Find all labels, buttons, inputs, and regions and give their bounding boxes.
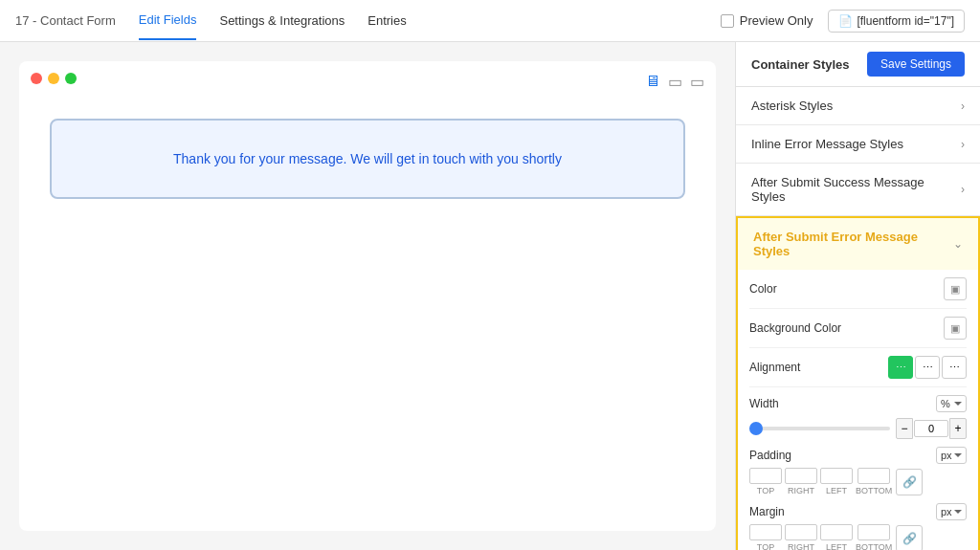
margin-top-row: Margin px % (749, 503, 967, 520)
width-label: Width (749, 397, 779, 410)
after-submit-error-expanded: Color ▣ Background Color ▣ Alignment (736, 270, 980, 550)
padding-right-field: RIGHT (785, 468, 817, 495)
align-right-button[interactable]: ⋯ (942, 356, 967, 379)
asterisk-styles-header[interactable]: Asterisk Styles › (736, 87, 980, 124)
inline-error-header[interactable]: Inline Error Message Styles › (736, 125, 980, 163)
asterisk-styles-label: Asterisk Styles (751, 99, 833, 113)
main-area: 🖥 ▭ ▭ Thank you for your message. We wil… (0, 42, 980, 550)
padding-right-input[interactable] (785, 468, 817, 484)
form-preview-area: Thank you for your message. We will get … (31, 99, 704, 218)
shortcode-icon: 📄 (838, 14, 853, 28)
after-submit-error-label: After Submit Error Message Styles (753, 230, 953, 258)
width-unit-select[interactable]: % px (936, 395, 967, 412)
margin-top-label: TOP (757, 542, 774, 550)
color-row: Color ▣ (749, 270, 967, 309)
padding-section: Padding px % TOP (749, 443, 967, 499)
win-dot-yellow (48, 73, 59, 84)
site-label: 17 - Contact Form (15, 13, 116, 28)
inline-error-arrow-icon: › (961, 138, 965, 151)
nav-entries[interactable]: Entries (368, 2, 406, 39)
margin-right-label: RIGHT (788, 542, 814, 550)
win-dot-red (31, 73, 42, 84)
padding-left-input[interactable] (820, 468, 853, 484)
alignment-row: Alignment ⋯ ⋯ ⋯ (749, 348, 967, 387)
margin-top-field: TOP (749, 524, 782, 550)
after-submit-success-header[interactable]: After Submit Success Message Styles › (736, 164, 980, 215)
align-left-button[interactable]: ⋯ (888, 356, 913, 379)
background-color-row: Background Color ▣ (749, 309, 967, 348)
top-nav: 17 - Contact Form Edit Fields Settings &… (0, 0, 980, 42)
success-message-box: Thank you for your message. We will get … (50, 119, 685, 199)
margin-bottom-label: BOTTOM (856, 542, 892, 550)
width-number-input[interactable] (914, 420, 948, 437)
width-row: Width % px − + (749, 387, 967, 443)
margin-right-field: RIGHT (785, 524, 817, 550)
section-asterisk: Asterisk Styles › (736, 87, 980, 125)
color-swatch-button[interactable]: ▣ (944, 277, 967, 300)
padding-bottom-label: BOTTOM (856, 486, 892, 495)
success-message-text: Thank you for your message. We will get … (173, 151, 562, 166)
tablet-icon[interactable]: ▭ (668, 73, 682, 91)
margin-left-label: LEFT (826, 542, 847, 550)
after-submit-error-header[interactable]: After Submit Error Message Styles ⌄ (736, 216, 980, 270)
background-color-label: Background Color (749, 321, 841, 335)
width-number-group: − + (896, 418, 967, 439)
margin-bottom-input[interactable] (858, 524, 890, 540)
asterisk-arrow-icon: › (961, 99, 965, 113)
preview-area: 🖥 ▭ ▭ Thank you for your message. We wil… (0, 42, 735, 550)
shortcode-label: [fluentform id="17"] (857, 14, 954, 28)
margin-top-input[interactable] (749, 524, 782, 540)
shortcode-button[interactable]: 📄 [fluentform id="17"] (828, 10, 965, 33)
nav-settings[interactable]: Settings & Integrations (219, 2, 345, 39)
bg-color-picker-icon: ▣ (950, 322, 960, 335)
padding-left-label: LEFT (826, 486, 847, 495)
right-panel: Container Styles Save Settings Asterisk … (735, 42, 980, 550)
bg-color-swatch-button[interactable]: ▣ (944, 317, 967, 340)
container-styles-header-label: Container Styles (751, 57, 850, 72)
padding-label: Padding (749, 449, 791, 462)
panel-header: Container Styles Save Settings (736, 42, 980, 87)
padding-bottom-field: BOTTOM (856, 468, 892, 495)
preview-only-label[interactable]: Preview Only (740, 13, 813, 28)
padding-top-row: Padding px % (749, 447, 967, 464)
width-row-top: Width % px (749, 391, 967, 416)
padding-bottom-input[interactable] (858, 468, 890, 484)
padding-inputs: TOP RIGHT LEFT (749, 468, 892, 495)
section-inline-error: Inline Error Message Styles › (736, 125, 980, 164)
padding-link-button[interactable]: 🔗 (896, 469, 923, 495)
color-label: Color (749, 282, 777, 296)
width-decrement-button[interactable]: − (896, 418, 913, 439)
margin-right-input[interactable] (785, 524, 817, 540)
window-controls (31, 73, 704, 84)
mobile-icon[interactable]: ▭ (690, 73, 704, 91)
margin-unit-select[interactable]: px % (936, 503, 967, 520)
section-after-submit-error: After Submit Error Message Styles ⌄ Colo… (736, 216, 980, 550)
margin-inputs: TOP RIGHT LEFT (749, 524, 892, 550)
alignment-group: ⋯ ⋯ ⋯ (888, 356, 967, 379)
nav-edit-fields[interactable]: Edit Fields (139, 1, 197, 40)
after-submit-success-label: After Submit Success Message Styles (751, 175, 961, 204)
margin-label: Margin (749, 505, 785, 518)
margin-section: Margin px % TOP (749, 499, 967, 550)
width-increment-button[interactable]: + (949, 418, 967, 439)
margin-left-field: LEFT (820, 524, 853, 550)
padding-top-label: TOP (757, 486, 774, 495)
slider-row: − + (749, 418, 967, 439)
preview-only-checkbox[interactable] (721, 14, 734, 28)
margin-bottom-field: BOTTOM (856, 524, 892, 550)
padding-right-label: RIGHT (788, 486, 814, 495)
preview-window: 🖥 ▭ ▭ Thank you for your message. We wil… (19, 61, 716, 531)
desktop-icon[interactable]: 🖥 (645, 73, 660, 91)
alignment-label: Alignment (749, 361, 800, 374)
margin-link-button[interactable]: 🔗 (896, 525, 923, 551)
margin-left-input[interactable] (820, 524, 853, 540)
padding-top-field: TOP (749, 468, 782, 495)
width-slider[interactable] (749, 427, 890, 430)
after-submit-error-chevron-icon: ⌄ (953, 237, 963, 251)
align-center-button[interactable]: ⋯ (915, 356, 940, 379)
device-icons: 🖥 ▭ ▭ (645, 73, 704, 91)
save-settings-button[interactable]: Save Settings (867, 52, 965, 77)
section-after-submit-success: After Submit Success Message Styles › (736, 164, 980, 216)
padding-unit-select[interactable]: px % (936, 447, 967, 464)
padding-top-input[interactable] (749, 468, 782, 484)
